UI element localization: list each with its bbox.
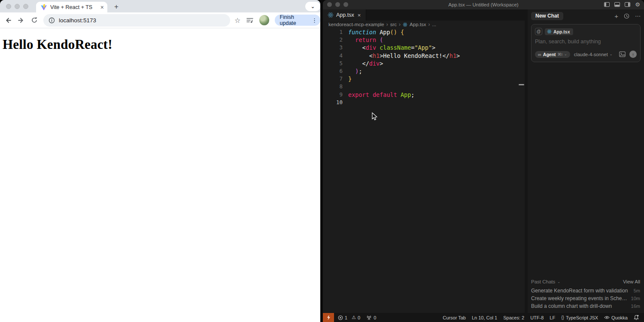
react-file-icon xyxy=(328,12,334,18)
view-all-link[interactable]: View All xyxy=(623,279,640,284)
editor-traffic-lights[interactable] xyxy=(327,2,348,7)
toggle-sidebar-icon[interactable] xyxy=(604,2,610,7)
remote-indicator[interactable] xyxy=(323,313,334,322)
chevron-right-icon: › xyxy=(386,21,388,27)
line-number: 3 xyxy=(323,44,343,51)
close-window-button[interactable] xyxy=(6,4,11,9)
line-number: 4 xyxy=(323,52,343,60)
close-window-button[interactable] xyxy=(327,2,332,7)
zoom-window-button[interactable] xyxy=(23,4,28,9)
past-chats-title[interactable]: Past Chats xyxy=(531,279,555,284)
bookmark-star-icon[interactable]: ☆ xyxy=(234,16,240,24)
reload-button[interactable] xyxy=(29,15,40,26)
toggle-secondary-sidebar-icon[interactable] xyxy=(625,2,630,7)
line-number: 10 xyxy=(323,99,343,106)
url-text[interactable]: localhost:5173 xyxy=(59,17,96,24)
editor-tab-label: App.tsx xyxy=(336,12,354,18)
browser-menu-icon[interactable]: ⋮ xyxy=(312,17,318,24)
browser-tab-strip: Vite + React + TS × + ⌄ xyxy=(0,0,320,12)
profile-avatar[interactable] xyxy=(259,15,269,25)
problems-indicator[interactable]: 1 ⚠ 0 xyxy=(338,315,360,320)
react-file-icon xyxy=(547,29,552,34)
breadcrumb-file[interactable]: App.tsx xyxy=(410,22,426,27)
error-count: 1 xyxy=(345,315,347,320)
breadcrumb-folder[interactable]: src xyxy=(390,22,397,27)
warning-icon: ⚠ xyxy=(352,315,356,320)
react-file-icon xyxy=(403,22,407,27)
line-number: 1 xyxy=(323,28,343,36)
mode-selector[interactable]: ∞ Agent ⌘I ⌄ xyxy=(535,51,570,58)
toggle-panel-icon[interactable] xyxy=(614,2,620,7)
encoding-status[interactable]: UTF-8 xyxy=(530,315,544,320)
site-info-icon[interactable] xyxy=(49,17,55,24)
browser-window: Vite + React + TS × + ⌄ localhost:5173 ☆ xyxy=(0,0,320,322)
language-mode-status[interactable]: {} TypeScript JSX xyxy=(561,315,598,320)
new-chat-tab[interactable]: New Chat xyxy=(531,12,563,20)
past-chat-label: Build a column chart with drill-down xyxy=(531,303,628,309)
tab-close-icon[interactable]: × xyxy=(358,12,361,18)
model-selector[interactable]: claude-4-sonnet ⌄ xyxy=(574,52,613,57)
chevron-down-icon: ⌄ xyxy=(564,52,567,56)
line-number: 8 xyxy=(323,83,343,90)
breadcrumb-project[interactable]: kendoreact-mcp-example xyxy=(328,22,384,27)
browser-traffic-lights[interactable] xyxy=(6,4,28,9)
settings-gear-icon[interactable]: ⚙ xyxy=(635,1,640,8)
ai-chat-panel: New Chat + ⋯ @ App.tsx Plan, search, bui… xyxy=(525,9,644,313)
new-chat-plus-icon[interactable]: + xyxy=(614,12,618,20)
warning-count: 0 xyxy=(358,315,360,320)
back-button[interactable] xyxy=(3,15,13,26)
vite-favicon-icon xyxy=(40,4,47,11)
ports-indicator[interactable]: 0 xyxy=(366,315,376,320)
minimize-window-button[interactable] xyxy=(335,2,340,7)
mouse-cursor xyxy=(372,112,377,120)
indentation-status[interactable]: Spaces: 2 xyxy=(503,315,524,320)
chevron-right-icon: › xyxy=(428,21,430,27)
window-title: App.tsx — Untitled (Workspace) xyxy=(323,2,644,7)
model-label: claude-4-sonnet xyxy=(574,52,608,57)
line-number: 7 xyxy=(323,75,343,83)
infinity-icon: ∞ xyxy=(538,52,541,57)
past-chat-label: Generate KendoReact form with validation xyxy=(531,288,630,294)
chat-history-icon[interactable] xyxy=(624,13,629,19)
send-button[interactable]: ↑ xyxy=(629,51,637,58)
new-tab-button[interactable]: + xyxy=(112,3,121,11)
past-chat-item[interactable]: Create weekly repeating events in Schedu… xyxy=(531,295,640,302)
chat-input-box[interactable]: @ App.tsx Plan, search, build anything ∞… xyxy=(531,24,641,62)
attach-image-icon[interactable] xyxy=(619,51,626,57)
past-chat-item[interactable]: Build a column chart with drill-down16m xyxy=(531,302,640,310)
minimize-window-button[interactable] xyxy=(15,4,20,9)
url-bar[interactable]: localhost:5173 xyxy=(43,14,230,27)
line-number: 6 xyxy=(323,67,343,75)
zoom-window-button[interactable] xyxy=(343,2,348,7)
chevron-right-icon: › xyxy=(399,21,401,27)
notifications-bell-icon[interactable] xyxy=(634,315,639,320)
tab-search-chevron-button[interactable]: ⌄ xyxy=(305,2,320,11)
editor-window: App.tsx — Untitled (Workspace) ⚙ App.tsx… xyxy=(323,0,644,322)
add-context-button[interactable]: @ xyxy=(535,28,542,35)
forward-button[interactable] xyxy=(16,15,27,26)
tab-close-icon[interactable]: × xyxy=(100,4,104,10)
browser-viewport: Hello KendoReact! xyxy=(0,28,320,322)
browser-tab-title: Vite + React + TS xyxy=(50,4,100,10)
cursor-position-status[interactable]: Ln 10, Col 1 xyxy=(472,315,497,320)
chat-more-icon[interactable]: ⋯ xyxy=(635,13,641,19)
mode-label: Agent xyxy=(543,52,556,57)
browser-toolbar: localhost:5173 ☆ Finish update ⋮ xyxy=(0,12,320,28)
context-chip[interactable]: App.tsx xyxy=(545,28,573,35)
media-controls-icon[interactable] xyxy=(246,17,254,24)
context-chip-label: App.tsx xyxy=(553,29,570,34)
editor-tab-apptsx[interactable]: App.tsx × xyxy=(323,9,366,21)
status-bar: 1 ⚠ 0 0 Cursor Tab Ln 10, Col 1 Spaces: … xyxy=(323,313,644,322)
browser-tab[interactable]: Vite + React + TS × xyxy=(36,2,107,12)
past-chat-item[interactable]: Generate KendoReact form with validation… xyxy=(531,287,640,295)
past-chat-time: 5m xyxy=(634,288,640,293)
chat-input-placeholder[interactable]: Plan, search, build anything xyxy=(535,39,637,45)
line-number: 5 xyxy=(323,60,343,67)
cursor-tab-status[interactable]: Cursor Tab xyxy=(443,315,466,320)
finish-update-button[interactable]: Finish update ⋮ xyxy=(275,15,320,26)
editor-titlebar: App.tsx — Untitled (Workspace) ⚙ xyxy=(323,0,644,9)
past-chat-label: Create weekly repeating events in Schedu… xyxy=(531,295,628,301)
eol-status[interactable]: LF xyxy=(550,315,555,320)
breadcrumb-more[interactable]: ... xyxy=(432,22,436,27)
quokka-status[interactable]: Quokka xyxy=(604,315,628,320)
